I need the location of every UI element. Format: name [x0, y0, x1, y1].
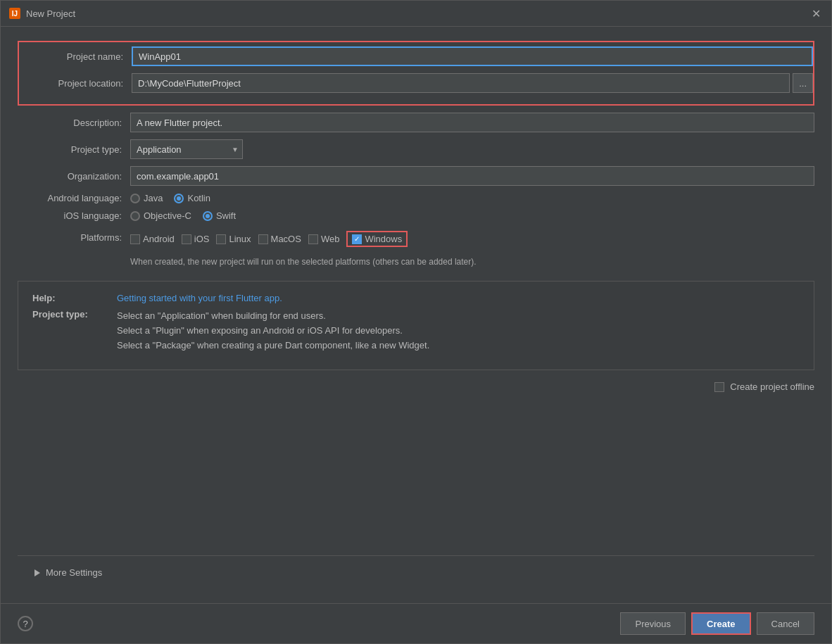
ios-swift-label: Swift	[216, 210, 236, 221]
linux-checkbox-box	[216, 234, 226, 244]
android-language-group: Java Kotlin	[130, 193, 210, 203]
android-java-label: Java	[144, 193, 163, 203]
android-checkbox-box	[130, 234, 140, 244]
project-location-row: Project location: ...	[19, 73, 813, 93]
ios-language-label: iOS language:	[18, 210, 130, 221]
project-type-select[interactable]: Application Plugin Package	[130, 139, 243, 159]
more-settings-label: More Settings	[46, 567, 102, 578]
macos-checkbox-box	[258, 234, 268, 244]
location-field-group: ...	[132, 73, 813, 93]
ios-objc-label: Objective-C	[144, 210, 191, 221]
title-bar: IJ New Project ✕	[1, 1, 831, 27]
macos-platform-label: MacOS	[271, 234, 301, 244]
platforms-label: Platforms:	[18, 231, 130, 243]
platform-macos-checkbox[interactable]: MacOS	[258, 234, 301, 244]
help-button[interactable]: ?	[18, 616, 33, 631]
organization-row: Organization:	[18, 166, 814, 186]
project-name-input[interactable]	[132, 46, 813, 66]
organization-label: Organization:	[18, 171, 130, 182]
android-kotlin-radio-circle	[174, 194, 184, 203]
platform-note: When created, the new project will run o…	[130, 257, 814, 267]
android-java-radio[interactable]: Java	[130, 193, 163, 203]
platforms-row: Platforms: Android iOS Linux MacOS	[18, 231, 814, 247]
windows-platform-outline: Windows	[346, 231, 408, 247]
create-offline-label: Create project offline	[730, 381, 814, 392]
help-row: Help: Getting started with your first Fl…	[32, 293, 800, 303]
windows-checkbox-box	[352, 234, 362, 244]
more-settings-row[interactable]: More Settings	[18, 555, 814, 589]
expand-icon	[34, 569, 40, 576]
previous-button[interactable]: Previous	[620, 612, 686, 635]
description-input[interactable]	[130, 113, 814, 132]
organization-input[interactable]	[130, 166, 814, 186]
project-location-label: Project location:	[19, 78, 132, 89]
platform-linux-checkbox[interactable]: Linux	[216, 234, 251, 244]
project-name-row: Project name:	[19, 46, 813, 66]
platforms-group: Android iOS Linux MacOS Web	[130, 231, 408, 247]
project-type-help-text: Select an "Application" when building fo…	[117, 309, 429, 353]
ios-objc-radio[interactable]: Objective-C	[130, 210, 191, 221]
close-button[interactable]: ✕	[809, 6, 823, 20]
project-type-label: Project type:	[18, 144, 130, 155]
ios-objc-radio-circle	[130, 211, 140, 221]
dialog-title: New Project	[26, 8, 803, 19]
offline-checkbox-box[interactable]	[714, 382, 724, 392]
project-type-select-wrapper: Application Plugin Package ▼	[130, 139, 243, 159]
project-type-help-row: Project type: Select an "Application" wh…	[32, 309, 800, 353]
platform-web-checkbox[interactable]: Web	[308, 234, 340, 244]
android-language-row: Android language: Java Kotlin	[18, 193, 814, 203]
description-row: Description:	[18, 113, 814, 132]
help-line-3: Select a "Package" when creating a pure …	[117, 339, 429, 353]
create-offline-row: Create project offline	[18, 381, 814, 392]
app-icon: IJ	[9, 8, 20, 19]
platform-windows-checkbox[interactable]: Windows	[352, 234, 402, 244]
help-section: Help: Getting started with your first Fl…	[18, 281, 814, 370]
ios-swift-radio-circle	[203, 211, 213, 221]
create-button[interactable]: Create	[691, 612, 750, 635]
project-location-input[interactable]	[132, 73, 790, 93]
ios-swift-radio[interactable]: Swift	[203, 210, 236, 221]
ios-language-group: Objective-C Swift	[130, 210, 236, 221]
android-java-radio-circle	[130, 194, 140, 203]
browse-button[interactable]: ...	[793, 73, 813, 93]
project-type-row: Project type: Application Plugin Package…	[18, 139, 814, 159]
bottom-buttons: Previous Create Cancel	[620, 612, 814, 635]
ios-checkbox-box	[182, 234, 191, 244]
new-project-dialog: IJ New Project ✕ Project name: Project l…	[0, 0, 832, 644]
help-line-1: Select an "Application" when building fo…	[117, 309, 429, 324]
android-kotlin-radio[interactable]: Kotlin	[174, 193, 210, 203]
ios-language-row: iOS language: Objective-C Swift	[18, 210, 814, 221]
help-line-2: Select a "Plugin" when exposing an Andro…	[117, 324, 429, 339]
web-platform-label: Web	[321, 234, 340, 244]
project-name-label: Project name:	[19, 51, 132, 62]
help-label: Help:	[32, 293, 117, 303]
description-label: Description:	[18, 118, 130, 128]
android-language-label: Android language:	[18, 193, 130, 203]
ios-platform-label: iOS	[194, 234, 210, 244]
linux-platform-label: Linux	[229, 234, 251, 244]
dialog-content: Project name: Project location: ... Desc…	[1, 27, 831, 603]
platform-android-checkbox[interactable]: Android	[130, 234, 175, 244]
cancel-button[interactable]: Cancel	[757, 612, 814, 635]
bottom-bar: ? Previous Create Cancel	[1, 603, 831, 643]
platform-ios-checkbox[interactable]: iOS	[182, 234, 210, 244]
android-kotlin-label: Kotlin	[187, 193, 210, 203]
project-type-help-label: Project type:	[32, 309, 117, 353]
web-checkbox-box	[308, 234, 318, 244]
android-platform-label: Android	[143, 234, 175, 244]
help-flutter-link[interactable]: Getting started with your first Flutter …	[117, 293, 282, 303]
windows-platform-label: Windows	[365, 234, 402, 244]
